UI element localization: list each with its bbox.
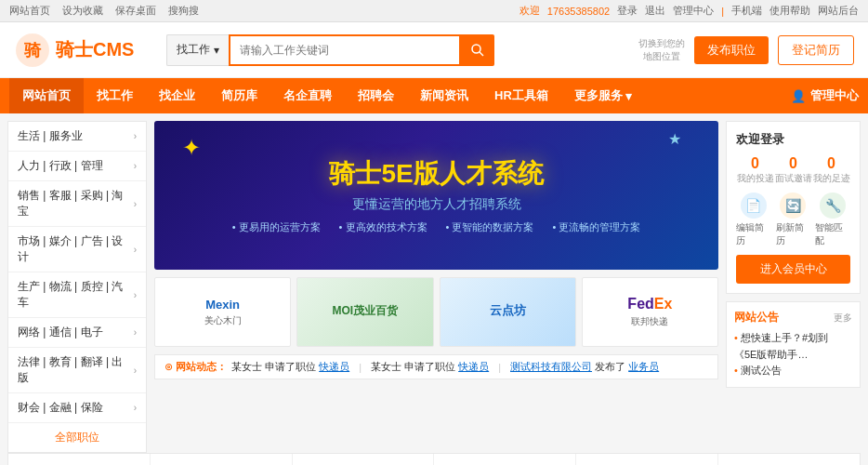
feature-1: 更易用的运营方案 bbox=[232, 220, 321, 234]
sidebar-label: 生产 | 物流 | 质控 | 汽车 bbox=[18, 279, 134, 311]
sidebar: 生活 | 服务业 › 人力 | 行政 | 管理 › 销售 | 客服 | 采购 |… bbox=[7, 121, 147, 453]
brand-gree[interactable]: GREE格力 格力电器售后服务中心 bbox=[434, 454, 576, 465]
nav-item-fair[interactable]: 招聘会 bbox=[345, 78, 407, 113]
edit-resume-icon: 📄 bbox=[741, 193, 767, 219]
sidebar-label: 销售 | 客服 | 采购 | 淘宝 bbox=[18, 188, 134, 219]
search-link[interactable]: 搜狗搜 bbox=[168, 5, 199, 16]
enter-member-center-button[interactable]: 进入会员中心 bbox=[736, 255, 850, 284]
brands-section: 雅迪 雅迪电动车经销中心 Haier 海尔品牌库 安居客 安居客 GREE格力 … bbox=[7, 453, 861, 465]
ticker-prefix-1: 某女士 bbox=[231, 361, 262, 372]
location-selector[interactable]: 切换到您的 地图位置 bbox=[638, 37, 685, 63]
arrow-icon: › bbox=[134, 290, 137, 300]
nav-item-companies[interactable]: 找企业 bbox=[146, 78, 208, 113]
sidebar-label: 市场 | 媒介 | 广告 | 设计 bbox=[18, 233, 134, 265]
notice-item-2[interactable]: 测试公告 bbox=[734, 363, 852, 379]
brand-yadi[interactable]: 雅迪 雅迪电动车经销中心 bbox=[8, 454, 151, 465]
brand-haier[interactable]: Haier 海尔品牌库 bbox=[151, 454, 293, 465]
logo[interactable]: 骑 骑士CMS bbox=[14, 32, 134, 69]
partner-yuandianfang[interactable]: 云点坊 bbox=[440, 277, 576, 347]
smart-match-action[interactable]: 🔧 智能匹配 bbox=[815, 193, 850, 247]
location-line2: 地图位置 bbox=[643, 50, 680, 63]
logout-link[interactable]: 退出 bbox=[645, 4, 665, 18]
sidebar-item-services[interactable]: 生活 | 服务业 › bbox=[8, 122, 146, 152]
sidebar-item-hr[interactable]: 人力 | 行政 | 管理 › bbox=[8, 152, 146, 181]
help-link[interactable]: 使用帮助 bbox=[769, 4, 810, 18]
sidebar-item-legal[interactable]: 法律 | 教育 | 翻译 | 出版 › bbox=[8, 348, 146, 393]
sidebar-label: 生活 | 服务业 bbox=[18, 128, 83, 144]
all-jobs-link[interactable]: 全部职位 bbox=[8, 423, 146, 452]
stat-interviews: 0 面试邀请 bbox=[775, 155, 812, 185]
desktop-link[interactable]: 保存桌面 bbox=[115, 5, 156, 16]
partner-moa[interactable]: MOI茂业百货 bbox=[296, 277, 433, 347]
stat-label-footprint: 我的足迹 bbox=[813, 172, 850, 185]
ticker-link-3[interactable]: 业务员 bbox=[628, 361, 659, 372]
login-box: 欢迎登录 0 我的投递 0 面试邀请 0 我的足迹 📄 编辑简历 bbox=[726, 121, 861, 294]
nav-item-homepage[interactable]: 网站首页 bbox=[9, 78, 84, 113]
ticker-link-2[interactable]: 快递员 bbox=[458, 361, 489, 372]
banner-title: 骑士5E版人才系统 bbox=[232, 156, 641, 192]
partner-fedex[interactable]: FedEx 联邦快递 bbox=[582, 277, 718, 347]
sep2: | bbox=[498, 362, 501, 373]
search-type-selector[interactable]: 找工作 ▾ bbox=[166, 34, 229, 66]
brand-anjuke2[interactable]: 安居客 安居客 bbox=[293, 454, 435, 465]
nav-item-jobs[interactable]: 找工作 bbox=[84, 78, 146, 113]
mobile-link[interactable]: 手机端 bbox=[731, 4, 762, 18]
activity-ticker: ⊙ 网站动态： 某女士 申请了职位 快递员 | 某女士 申请了职位 快递员 | … bbox=[154, 354, 718, 379]
mexin-logo: Mexin bbox=[205, 298, 240, 312]
star-decoration2: ★ bbox=[668, 130, 681, 148]
sidebar-item-finance[interactable]: 财会 | 金融 | 保险 › bbox=[8, 393, 146, 423]
notice-more-link[interactable]: 更多 bbox=[834, 312, 852, 325]
ticker-item-2: 某女士 申请了职位 快递员 bbox=[371, 360, 489, 374]
search-button[interactable] bbox=[461, 34, 494, 66]
brand-sgcc[interactable]: 国家电网 国家电网 bbox=[576, 454, 718, 465]
star-decoration: ✦ bbox=[182, 135, 201, 161]
nav-item-more[interactable]: 更多服务 ▾ bbox=[561, 78, 645, 113]
nav-item-elite[interactable]: 名企直聘 bbox=[270, 78, 345, 113]
favorites-link[interactable]: 设为收藏 bbox=[62, 5, 103, 16]
nav-item-news[interactable]: 新闻资讯 bbox=[407, 78, 481, 113]
brand-sf[interactable]: 顺丰速运 顺丰速运太原分部中心 bbox=[718, 454, 860, 465]
location-line1: 切换到您的 bbox=[638, 37, 685, 50]
login-link[interactable]: 登录 bbox=[617, 4, 638, 18]
main-banner[interactable]: ✦ ★ 骑士5E版人才系统 更懂运营的地方人才招聘系统 更易用的运营方案 更高效… bbox=[154, 121, 718, 270]
edit-resume-action[interactable]: 📄 编辑简历 bbox=[736, 193, 771, 247]
sidebar-item-network[interactable]: 网络 | 通信 | 电子 › bbox=[8, 318, 146, 348]
ticker-link-1[interactable]: 快递员 bbox=[319, 361, 349, 372]
more-label: 更多服务 bbox=[574, 87, 623, 104]
banner-subtitle: 更懂运营的地方人才招聘系统 bbox=[232, 196, 641, 213]
main-content: 生活 | 服务业 › 人力 | 行政 | 管理 › 销售 | 客服 | 采购 |… bbox=[0, 113, 868, 453]
post-job-button[interactable]: 发布职位 bbox=[694, 36, 769, 64]
center-content: ✦ ★ 骑士5E版人才系统 更懂运营的地方人才招聘系统 更易用的运营方案 更高效… bbox=[154, 121, 718, 453]
refresh-resume-label: 刷新简历 bbox=[776, 221, 811, 247]
search-input[interactable] bbox=[229, 34, 461, 66]
admin-center-link[interactable]: 👤 管理中心 bbox=[791, 87, 859, 104]
refresh-resume-icon: 🔄 bbox=[780, 193, 806, 219]
sidebar-item-production[interactable]: 生产 | 物流 | 质控 | 汽车 › bbox=[8, 272, 146, 318]
admin-center-label: 管理中心 bbox=[810, 87, 859, 104]
chevron-down-icon: ▾ bbox=[625, 89, 632, 103]
arrow-icon: › bbox=[134, 199, 137, 209]
partner-mexin[interactable]: Mexin 美心木门 bbox=[154, 277, 291, 347]
stat-footprint: 0 我的足迹 bbox=[813, 155, 850, 185]
notice-title: 网站公告 bbox=[734, 310, 779, 326]
admin-link[interactable]: 管理中心 bbox=[673, 4, 714, 18]
stat-num-footprint: 0 bbox=[813, 155, 850, 172]
edit-resume-label: 编辑简历 bbox=[736, 221, 771, 247]
register-resume-button[interactable]: 登记简历 bbox=[778, 35, 854, 65]
stat-applications: 0 我的投递 bbox=[737, 155, 774, 185]
site-admin-link[interactable]: 网站后台 bbox=[818, 4, 859, 18]
refresh-resume-action[interactable]: 🔄 刷新简历 bbox=[776, 193, 811, 247]
top-bar: 网站首页 设为收藏 保存桌面 搜狗搜 欢迎 17635385802 登录 退出 … bbox=[0, 0, 868, 22]
nav-item-resume[interactable]: 简历库 bbox=[208, 78, 270, 113]
ticker-company-link[interactable]: 测试科技有限公司 bbox=[510, 361, 592, 372]
stat-num-applications: 0 bbox=[737, 155, 774, 172]
nav-item-hr[interactable]: HR工具箱 bbox=[481, 78, 561, 113]
stat-label-applications: 我的投递 bbox=[737, 172, 774, 185]
homepage-link[interactable]: 网站首页 bbox=[9, 5, 50, 16]
sidebar-item-sales[interactable]: 销售 | 客服 | 采购 | 淘宝 › bbox=[8, 181, 146, 227]
sidebar-item-marketing[interactable]: 市场 | 媒介 | 广告 | 设计 › bbox=[8, 227, 146, 272]
arrow-icon: › bbox=[134, 131, 137, 141]
sep: | bbox=[359, 362, 362, 373]
notice-item-1[interactable]: 想快速上手？#划到 《5E版帮助手… bbox=[734, 330, 852, 363]
notice-header: 网站公告 更多 bbox=[734, 310, 852, 326]
